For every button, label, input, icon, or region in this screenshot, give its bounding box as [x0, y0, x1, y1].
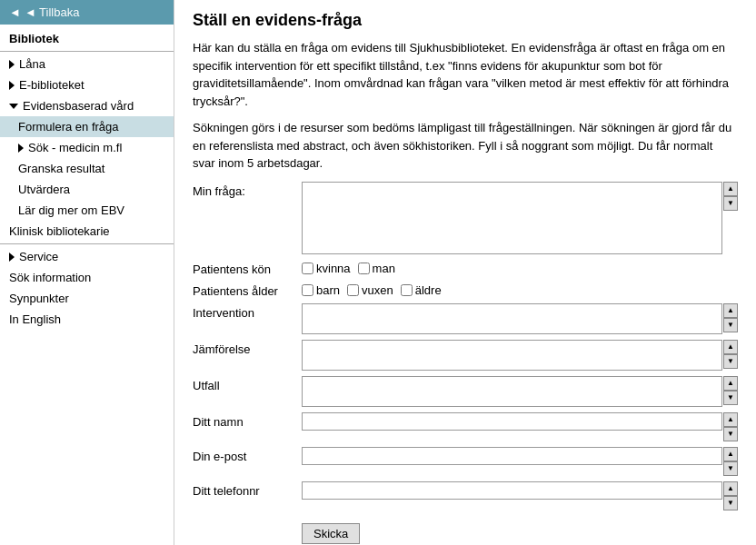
- label-din-epost: Din e-post: [193, 447, 302, 463]
- checkbox-man-text: man: [373, 262, 395, 275]
- description-1: Här kan du ställa en fråga om evidens ti…: [193, 39, 738, 110]
- form-row-patientens-alder: Patientens ålder barn vuxen äldre: [193, 282, 738, 298]
- control-jamforelse: ▲ ▼: [302, 340, 738, 371]
- scroll-up-btn[interactable]: ▲: [723, 303, 738, 318]
- form-row-submit: Skicka: [193, 516, 738, 544]
- checkbox-group-kon: kvinna man: [302, 260, 395, 275]
- scroll-down-btn[interactable]: ▼: [723, 196, 738, 211]
- scroll-up-btn[interactable]: ▲: [723, 340, 738, 354]
- scroll-up-btn[interactable]: ▲: [723, 376, 738, 391]
- textarea-jamforelse[interactable]: [302, 340, 722, 371]
- sidebar-item-label: Evidensbaserad vård: [23, 99, 134, 113]
- sidebar-item-formulera-fraga[interactable]: Formulera en fråga: [0, 116, 174, 137]
- scroll-down-btn[interactable]: ▼: [723, 496, 738, 510]
- submit-button[interactable]: Skicka: [302, 523, 360, 544]
- input-ditt-namn[interactable]: [302, 412, 722, 431]
- sidebar-item-label: Sök - medicin m.fl: [28, 141, 122, 154]
- checkbox-barn[interactable]: [302, 284, 313, 296]
- checkbox-vuxen-text: vuxen: [362, 283, 393, 297]
- control-patientens-alder: barn vuxen äldre: [302, 282, 738, 297]
- sidebar-item-klinisk-bibliotekarie[interactable]: Klinisk bibliotekarie: [0, 221, 174, 242]
- main-content: Ställ en evidens-fråga Här kan du ställa…: [174, 0, 756, 545]
- checkbox-kvinna-text: kvinna: [316, 262, 351, 275]
- checkbox-barn-text: barn: [316, 283, 340, 297]
- scroll-down-btn[interactable]: ▼: [723, 461, 738, 476]
- sidebar-item-label: Service: [19, 250, 58, 263]
- scrollbar-jamforelse: ▲ ▼: [723, 340, 738, 369]
- sidebar-item-lana[interactable]: Låna: [0, 54, 174, 74]
- scroll-up-btn[interactable]: ▲: [723, 412, 738, 427]
- checkbox-vuxen-label[interactable]: vuxen: [347, 283, 393, 297]
- control-patientens-kon: kvinna man: [302, 260, 738, 275]
- sidebar-item-evidensbaserad-vard[interactable]: Evidensbaserad vård: [0, 95, 174, 116]
- label-patientens-kon: Patientens kön: [193, 260, 302, 276]
- textarea-utfall[interactable]: [302, 376, 722, 407]
- scroll-down-btn[interactable]: ▼: [723, 427, 738, 441]
- sidebar-divider2: [0, 243, 174, 244]
- checkbox-barn-label[interactable]: barn: [302, 283, 340, 297]
- sidebar-item-label: Sök information: [9, 271, 91, 284]
- label-patientens-alder: Patientens ålder: [193, 282, 302, 298]
- submit-spacer: [193, 516, 302, 519]
- input-ditt-telefonnr[interactable]: [302, 481, 722, 500]
- checkbox-man-label[interactable]: man: [358, 262, 395, 275]
- sidebar-item-label: Utvärdera: [18, 183, 70, 196]
- sidebar-item-service[interactable]: Service: [0, 246, 174, 267]
- sidebar-item-label: Låna: [19, 57, 45, 71]
- control-din-epost: ▲ ▼: [302, 447, 738, 476]
- sidebar-item-utvardera[interactable]: Utvärdera: [0, 179, 174, 200]
- sidebar-item-sok-medicin[interactable]: Sök - medicin m.fl: [0, 137, 174, 158]
- scroll-up-btn[interactable]: ▲: [723, 481, 738, 496]
- form-row-utfall: Utfall ▲ ▼: [193, 376, 738, 407]
- label-min-fraga: Min fråga:: [193, 182, 302, 198]
- sidebar-item-label: Klinisk bibliotekarie: [9, 224, 110, 238]
- sidebar-item-label: In English: [9, 312, 61, 326]
- control-intervention: ▲ ▼: [302, 303, 738, 334]
- checkbox-kvinna[interactable]: [302, 263, 313, 274]
- sidebar-section-title: Bibliotek: [0, 25, 174, 49]
- scrollbar-utfall: ▲ ▼: [723, 376, 738, 405]
- form-row-intervention: Intervention ▲ ▼: [193, 303, 738, 334]
- sidebar-item-lar-dig-mer[interactable]: Lär dig mer om EBV: [0, 200, 174, 221]
- scroll-down-btn[interactable]: ▼: [723, 354, 738, 369]
- scrollbar-ditt-telefonnr: ▲ ▼: [723, 481, 738, 510]
- label-ditt-namn: Ditt namn: [193, 412, 302, 429]
- scroll-down-btn[interactable]: ▼: [723, 391, 738, 405]
- textarea-intervention[interactable]: [302, 303, 722, 334]
- checkbox-man[interactable]: [358, 263, 370, 274]
- sidebar-item-label: Lär dig mer om EBV: [18, 203, 124, 217]
- scroll-up-btn[interactable]: ▲: [723, 447, 738, 461]
- page-title: Ställ en evidens-fråga: [193, 11, 738, 30]
- form-row-din-epost: Din e-post ▲ ▼: [193, 447, 738, 476]
- checkbox-aldre[interactable]: [401, 284, 413, 296]
- checkbox-vuxen[interactable]: [347, 284, 359, 296]
- control-ditt-namn: ▲ ▼: [302, 412, 738, 441]
- textarea-min-fraga[interactable]: [302, 182, 722, 254]
- input-din-epost[interactable]: [302, 447, 722, 465]
- sidebar-divider: [0, 51, 174, 52]
- sidebar-item-ebiblioteket[interactable]: E-biblioteket: [0, 74, 174, 95]
- evidence-form: Min fråga: ▲ ▼ Patientens kön kvinna man: [193, 182, 738, 544]
- sidebar-item-sok-information[interactable]: Sök information: [0, 267, 174, 288]
- arrow-right-icon: [9, 60, 15, 69]
- back-button[interactable]: ◄ ◄ Tillbaka: [0, 0, 174, 25]
- scroll-down-btn[interactable]: ▼: [723, 318, 738, 332]
- checkbox-kvinna-label[interactable]: kvinna: [302, 262, 351, 275]
- sidebar-item-synpunkter[interactable]: Synpunkter: [0, 288, 174, 309]
- sidebar: ◄ ◄ Tillbaka Bibliotek Låna E-biblioteke…: [0, 0, 174, 545]
- scroll-up-btn[interactable]: ▲: [723, 182, 738, 196]
- sidebar-item-label: Synpunkter: [9, 292, 69, 305]
- back-label: ◄ Tillbaka: [25, 5, 80, 19]
- arrow-right-icon: [18, 144, 24, 153]
- sidebar-item-label: Formulera en fråga: [18, 120, 119, 134]
- arrow-down-icon: [9, 104, 18, 109]
- sidebar-item-granska-resultat[interactable]: Granska resultat: [0, 158, 174, 179]
- form-row-patientens-kon: Patientens kön kvinna man: [193, 260, 738, 276]
- checkbox-aldre-label[interactable]: äldre: [401, 283, 442, 297]
- scrollbar-ditt-namn: ▲ ▼: [723, 412, 738, 441]
- control-min-fraga: ▲ ▼: [302, 182, 738, 254]
- scrollbar-min-fraga: ▲ ▼: [723, 182, 738, 211]
- checkbox-aldre-text: äldre: [415, 283, 442, 297]
- sidebar-item-in-english[interactable]: In English: [0, 309, 174, 330]
- form-row-jamforelse: Jämförelse ▲ ▼: [193, 340, 738, 371]
